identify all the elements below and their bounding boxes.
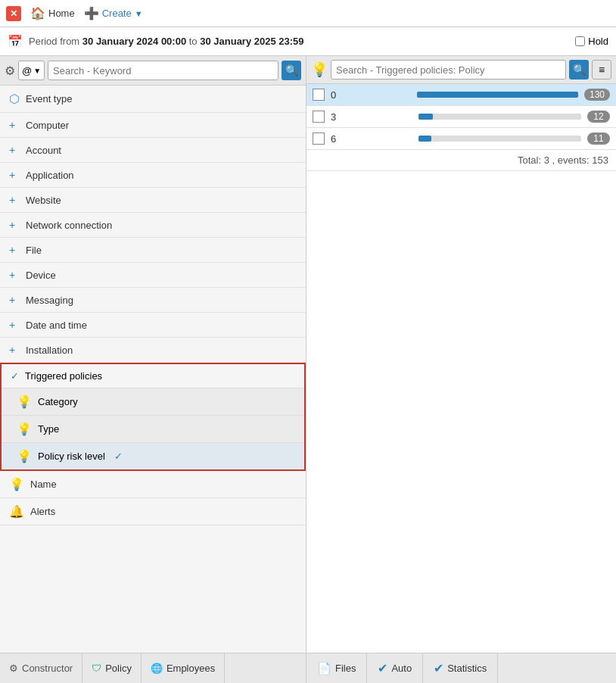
top-bar: ✕ 🏠 Home ➕ Create ▼ — [0, 0, 616, 27]
filter-item-application[interactable]: + Application — [0, 163, 306, 188]
at-label: @ — [22, 65, 32, 76]
results-list: 0 130 3 12 6 — [306, 84, 616, 653]
bulb-icon: 💡 — [17, 422, 32, 436]
check-icon: ✔ — [434, 661, 443, 675]
filter-item-installation[interactable]: + Installation — [0, 338, 306, 363]
constructor-icon: ⚙ — [9, 663, 18, 674]
plus-icon: + — [9, 294, 20, 306]
triggered-sub-policy-risk-level[interactable]: 💡 Policy risk level ✓ — [2, 442, 304, 469]
row-count: 12 — [587, 111, 610, 123]
employees-icon: 🌐 — [151, 663, 163, 674]
filter-icon[interactable]: ⚙ — [5, 64, 15, 78]
policy-risk-level-label: Policy risk level — [38, 451, 105, 462]
row-bar — [417, 92, 578, 98]
check-icon: ✓ — [11, 370, 19, 382]
create-nav[interactable]: ➕ Create ▼ — [84, 6, 143, 20]
calendar-icon: 📅 — [8, 34, 23, 48]
main-content: ⚙ @ ▼ 🔍 ⬡ Event type + Compute — [0, 56, 616, 683]
row-checkbox[interactable] — [313, 111, 325, 123]
filter-item-date-and-time[interactable]: + Date and time — [0, 313, 306, 338]
filter-item-alerts[interactable]: 🔔 Alerts — [0, 498, 306, 526]
tab-constructor[interactable]: ⚙ Constructor — [0, 653, 82, 683]
filter-item-website[interactable]: + Website — [0, 188, 306, 213]
plus-icon: + — [9, 119, 20, 131]
triggered-policies-sub: 💡 Category 💡 Type 💡 Policy risk level ✓ — [2, 388, 304, 469]
right-search-button[interactable]: 🔍 — [569, 60, 589, 80]
tab-statistics[interactable]: ✔ Statistics — [423, 653, 498, 683]
row-bar-wrap — [417, 92, 578, 98]
row-bar — [418, 114, 433, 120]
bulb-icon: 💡 — [9, 477, 24, 491]
filter-item-computer[interactable]: + Computer — [0, 113, 306, 138]
file-label: File — [26, 245, 42, 256]
filter-item-name[interactable]: 💡 Name — [0, 471, 306, 498]
triggered-policies-section: ✓ Triggered policies 💡 Category 💡 Type — [0, 363, 306, 471]
create-label: Create — [102, 8, 132, 19]
table-row[interactable]: 0 130 — [306, 84, 616, 106]
type-label: Type — [38, 423, 59, 435]
left-bottom-tabs: ⚙ Constructor 🛡 Policy 🌐 Employees — [0, 653, 306, 683]
filter-item-account[interactable]: + Account — [0, 138, 306, 163]
messaging-label: Messaging — [26, 295, 73, 306]
period-bar: 📅 Period from 30 January 2024 00:00 to 3… — [0, 27, 616, 56]
row-label: 0 — [331, 89, 411, 101]
triggered-policies-header[interactable]: ✓ Triggered policies — [2, 364, 304, 388]
row-bar-wrap — [418, 114, 581, 120]
right-bulb-icon: 💡 — [311, 61, 328, 78]
left-search-input[interactable] — [48, 61, 278, 80]
row-label: 6 — [331, 133, 412, 145]
total-label: Total: 3 , events: 153 — [518, 154, 608, 166]
files-icon: 📄 — [317, 662, 331, 675]
home-nav[interactable]: 🏠 Home — [30, 6, 75, 20]
website-label: Website — [26, 195, 61, 206]
plus-icon: + — [9, 194, 20, 206]
filter-item-messaging[interactable]: + Messaging — [0, 288, 306, 313]
account-label: Account — [26, 145, 61, 156]
plus-icon: + — [9, 344, 20, 356]
employees-label: Employees — [166, 663, 215, 674]
filter-item-network-connection[interactable]: + Network connection — [0, 213, 306, 238]
hold-checkbox[interactable] — [575, 36, 585, 46]
total-row: Total: 3 , events: 153 — [306, 150, 616, 171]
installation-label: Installation — [26, 345, 73, 356]
left-panel: ⚙ @ ▼ 🔍 ⬡ Event type + Compute — [0, 56, 306, 683]
search-icon: 🔍 — [285, 64, 298, 76]
create-icon: ➕ — [84, 6, 99, 20]
triggered-sub-type[interactable]: 💡 Type — [2, 415, 304, 442]
hold-label: Hold — [588, 36, 608, 47]
right-search-row: 💡 🔍 ≡ — [306, 56, 616, 84]
application-label: Application — [26, 170, 74, 181]
tab-files[interactable]: 📄 Files — [306, 653, 367, 683]
date-time-label: Date and time — [26, 320, 87, 331]
row-bar — [418, 136, 431, 142]
dropdown-chevron-icon: ▼ — [33, 67, 41, 75]
filter-item-event-type[interactable]: ⬡ Event type — [0, 86, 306, 113]
left-inner: ⬡ Event type + Computer + Account + Appl… — [0, 86, 306, 653]
bulb-icon: 💡 — [17, 449, 32, 463]
chevron-down-icon: ▼ — [135, 9, 143, 18]
plus-icon: + — [9, 169, 20, 181]
filter-item-file[interactable]: + File — [0, 238, 306, 263]
row-checkbox[interactable] — [313, 133, 325, 145]
row-checkbox[interactable] — [313, 89, 325, 101]
table-row[interactable]: 3 12 — [306, 106, 616, 128]
tab-employees[interactable]: 🌐 Employees — [142, 653, 225, 683]
at-dropdown[interactable]: @ ▼ — [18, 61, 45, 80]
hold-checkbox-group[interactable]: Hold — [575, 36, 608, 47]
tab-auto[interactable]: ✔ Auto — [367, 653, 423, 683]
filter-item-device[interactable]: + Device — [0, 263, 306, 288]
plus-icon: + — [9, 269, 20, 281]
menu-button[interactable]: ≡ — [592, 60, 611, 80]
bell-icon: 🔔 — [9, 504, 24, 519]
triggered-sub-category[interactable]: 💡 Category — [2, 388, 304, 415]
policy-label: Policy — [105, 663, 132, 674]
table-row[interactable]: 6 11 — [306, 128, 616, 150]
check-active-icon: ✓ — [114, 451, 123, 462]
close-button[interactable]: ✕ — [6, 6, 21, 21]
check-icon: ✔ — [378, 661, 387, 675]
constructor-label: Constructor — [22, 663, 73, 674]
tab-policy[interactable]: 🛡 Policy — [82, 653, 142, 683]
right-search-input[interactable] — [331, 60, 566, 80]
left-search-button[interactable]: 🔍 — [282, 61, 301, 80]
bulb-icon: 💡 — [17, 395, 32, 409]
